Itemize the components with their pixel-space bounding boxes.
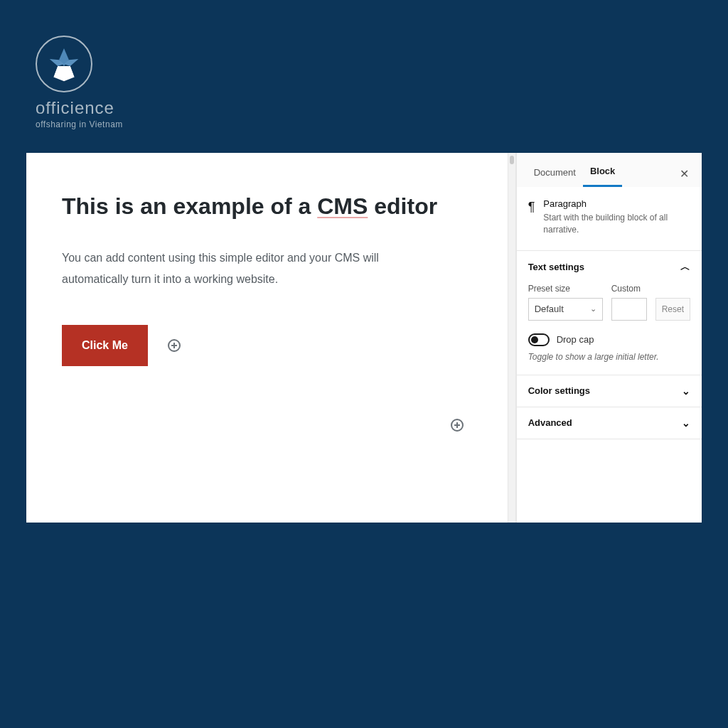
panel-color-settings: Color settings ⌄ <box>517 375 702 407</box>
logo-mark <box>36 36 92 92</box>
add-block-icon[interactable] <box>168 339 181 352</box>
reset-button[interactable]: Reset <box>655 298 690 321</box>
chevron-down-icon: ⌄ <box>682 385 690 397</box>
brand-name: officience <box>36 98 123 118</box>
brand-logo: officience offsharing in Vietnam <box>36 36 123 129</box>
panel-color-settings-title: Color settings <box>528 385 590 396</box>
canvas-scrollbar[interactable] <box>508 153 516 523</box>
block-type-desc: Start with the building block of all nar… <box>543 212 690 236</box>
custom-size-input[interactable] <box>611 298 647 321</box>
block-type-title: Paragraph <box>543 198 690 209</box>
panel-advanced-title: Advanced <box>528 417 572 428</box>
preset-size-value: Default <box>535 304 564 314</box>
editor-window: This is an example of a CMS editor You c… <box>26 153 702 523</box>
panel-advanced: Advanced ⌄ <box>517 407 702 439</box>
panel-text-settings: Text settings ︿ Preset size Default ⌄ Cu… <box>517 251 702 375</box>
editor-canvas[interactable]: This is an example of a CMS editor You c… <box>26 153 508 523</box>
add-block-below-icon[interactable] <box>451 419 464 432</box>
tab-block[interactable]: Block <box>583 160 622 187</box>
custom-size-label: Custom <box>611 284 647 294</box>
body-paragraph[interactable]: You can add content using this simple ed… <box>62 247 432 291</box>
panel-color-settings-header[interactable]: Color settings ⌄ <box>528 385 690 397</box>
title-underlined: CMS <box>317 193 368 219</box>
preset-size-select[interactable]: Default ⌄ <box>528 298 603 321</box>
panel-advanced-header[interactable]: Advanced ⌄ <box>528 417 690 429</box>
brand-text: officience offsharing in Vietnam <box>36 98 123 129</box>
dropcap-label: Drop cap <box>557 334 594 345</box>
dropcap-toggle[interactable] <box>528 333 550 346</box>
paragraph-icon: ¶ <box>528 200 535 236</box>
page-title[interactable]: This is an example of a CMS editor <box>62 192 472 220</box>
title-post: editor <box>368 193 437 219</box>
brand-tagline: offsharing in Vietnam <box>36 119 123 129</box>
close-icon[interactable]: ✕ <box>677 164 692 183</box>
chevron-up-icon: ︿ <box>680 261 690 274</box>
cta-button[interactable]: Click Me <box>62 325 148 366</box>
block-type-info: ¶ Paragraph Start with the building bloc… <box>517 187 702 251</box>
title-pre: This is an example of a <box>62 193 317 219</box>
dropcap-hint: Toggle to show a large initial letter. <box>528 352 690 362</box>
panel-text-settings-header[interactable]: Text settings ︿ <box>528 261 690 274</box>
sidebar-tabs: Document Block ✕ <box>517 153 702 187</box>
preset-size-label: Preset size <box>528 284 603 294</box>
chevron-down-icon: ⌄ <box>682 417 690 429</box>
panel-text-settings-title: Text settings <box>528 262 584 272</box>
chevron-down-icon: ⌄ <box>590 304 596 314</box>
tab-document[interactable]: Document <box>527 161 583 186</box>
settings-sidebar: Document Block ✕ ¶ Paragraph Start with … <box>516 153 702 523</box>
scrollbar-thumb[interactable] <box>510 156 514 164</box>
